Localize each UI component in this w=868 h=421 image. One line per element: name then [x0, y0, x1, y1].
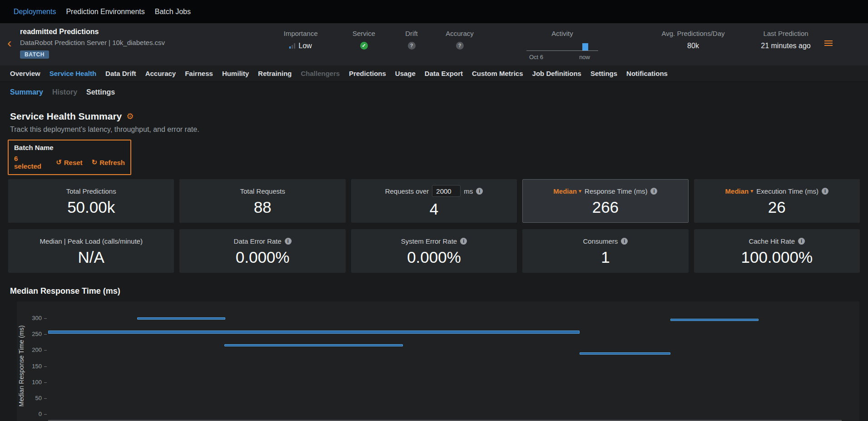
accuracy-unknown-icon[interactable]: ?: [456, 42, 464, 50]
stat-last-prediction-label: Last Prediction: [763, 30, 808, 37]
stat-avg-predictions-value: 80k: [687, 42, 699, 50]
service-passing-icon[interactable]: ✓: [360, 42, 368, 50]
chart-segment: [670, 319, 759, 321]
subtab-summary[interactable]: Summary: [10, 88, 43, 96]
stat-activity-label: Activity: [551, 30, 573, 37]
card-consumers[interactable]: Consumers i 1: [522, 229, 688, 273]
threshold-input[interactable]: [432, 185, 461, 197]
tab-humility[interactable]: Humility: [218, 70, 253, 77]
chart-panel: Median Response Time (ms) 05010015020025…: [17, 301, 859, 421]
card-response-time-value: 266: [592, 199, 619, 215]
stat-service: Service ✓: [346, 30, 382, 50]
batch-filter-selected[interactable]: 6 selected: [14, 155, 47, 170]
subtab-history[interactable]: History: [52, 88, 77, 96]
section-subtitle: Track this deployment's latency, through…: [10, 125, 868, 134]
tab-custom-metrics[interactable]: Custom Metrics: [467, 70, 528, 77]
stat-accuracy: Accuracy ?: [437, 30, 482, 50]
card-requests-over-value: 4: [430, 201, 438, 217]
card-consumers-label: Consumers: [583, 237, 618, 245]
chart-segment: [48, 331, 580, 334]
card-total-requests-value: 88: [254, 199, 272, 215]
stat-last-prediction: Last Prediction 21 minutes ago: [731, 30, 840, 50]
info-icon[interactable]: i: [822, 188, 828, 195]
info-icon[interactable]: i: [476, 188, 483, 195]
activity-range-end: now: [579, 54, 590, 60]
stat-service-label: Service: [352, 30, 375, 37]
card-data-error-rate-value: 0.000%: [236, 249, 290, 265]
card-requests-over[interactable]: Requests over ms i 4: [351, 179, 517, 223]
drift-unknown-icon[interactable]: ?: [408, 42, 416, 50]
tab-accuracy[interactable]: Accuracy: [141, 70, 181, 77]
refresh-label: Refresh: [99, 159, 125, 166]
y-tick-label: 300: [24, 315, 42, 321]
info-icon[interactable]: i: [650, 188, 657, 195]
tab-usage[interactable]: Usage: [391, 70, 420, 77]
stat-importance-label: Importance: [283, 30, 317, 37]
tab-data-export[interactable]: Data Export: [420, 70, 467, 77]
y-tick-mark: [44, 398, 47, 399]
top-nav-prediction-environments[interactable]: Prediction Environments: [66, 8, 144, 16]
y-tick-mark: [44, 382, 47, 383]
y-tick-label: 150: [24, 363, 42, 370]
card-total-requests[interactable]: Total Requests 88: [179, 179, 345, 223]
chart-segment: [224, 344, 403, 346]
chart-segment: [580, 352, 670, 355]
reset-label: Reset: [64, 159, 83, 166]
subtab-settings[interactable]: Settings: [86, 88, 115, 96]
tab-retraining[interactable]: Retraining: [253, 70, 296, 77]
card-total-predictions-value: 50.00k: [67, 199, 115, 215]
tab-notifications[interactable]: Notifications: [622, 70, 672, 77]
y-tick-label: 200: [24, 346, 42, 353]
top-nav: Deployments Prediction Environments Batc…: [0, 0, 868, 23]
info-icon[interactable]: i: [621, 238, 628, 245]
activity-range-start: Oct 6: [529, 54, 543, 60]
card-execution-time[interactable]: Median ▾ Execution Time (ms) i 26: [694, 179, 860, 223]
tab-fairness[interactable]: Fairness: [180, 70, 218, 77]
stat-accuracy-label: Accuracy: [446, 30, 474, 37]
card-response-time[interactable]: Median ▾ Response Time (ms) i 266: [522, 179, 688, 223]
info-icon[interactable]: i: [460, 238, 467, 245]
card-system-error-rate[interactable]: System Error Rate i 0.000%: [351, 229, 517, 273]
response-time-aggregation-dropdown[interactable]: Median ▾: [553, 187, 581, 195]
gear-icon[interactable]: ⚙: [126, 112, 134, 120]
card-execution-time-label: Execution Time (ms): [756, 187, 818, 195]
tab-settings[interactable]: Settings: [586, 70, 622, 77]
top-nav-batch-jobs[interactable]: Batch Jobs: [155, 8, 191, 16]
tab-service-health[interactable]: Service Health: [45, 70, 101, 77]
card-requests-over-label: Requests over: [385, 187, 429, 195]
refresh-button[interactable]: ↻ Refresh: [92, 158, 125, 166]
tab-overview[interactable]: Overview: [5, 70, 45, 77]
chevron-down-icon: ▾: [750, 188, 753, 194]
info-icon[interactable]: i: [285, 238, 292, 245]
tab-job-definitions[interactable]: Job Definitions: [528, 70, 586, 77]
execution-time-aggregation-dropdown[interactable]: Median ▾: [725, 187, 754, 195]
card-cache-hit-rate[interactable]: Cache Hit Rate i 100.000%: [694, 229, 860, 273]
metric-cards: Total Predictions 50.00k Total Requests …: [8, 179, 860, 273]
hamburger-menu-icon[interactable]: [824, 40, 833, 46]
stat-importance-value: Low: [298, 42, 312, 50]
stat-last-prediction-value: 21 minutes ago: [761, 42, 810, 50]
importance-bars-icon: [289, 43, 295, 49]
deployment-subtitle: DataRobot Prediction Server | 10k_diabet…: [20, 39, 165, 46]
card-execution-time-value: 26: [768, 199, 786, 215]
tab-predictions[interactable]: Predictions: [344, 70, 391, 77]
info-icon[interactable]: i: [798, 238, 805, 245]
reset-button[interactable]: ↺ Reset: [56, 158, 82, 166]
back-chevron-icon[interactable]: ‹: [7, 37, 11, 50]
card-peak-load[interactable]: Median | Peak Load (calls/minute) N/A: [8, 229, 174, 273]
deployment-header: ‹ readmitted Predictions DataRobot Predi…: [0, 23, 868, 65]
card-total-predictions[interactable]: Total Predictions 50.00k: [8, 179, 174, 223]
card-system-error-rate-value: 0.000%: [407, 249, 461, 265]
top-nav-deployments[interactable]: Deployments: [14, 8, 56, 16]
page: Deployments Prediction Environments Batc…: [0, 0, 868, 421]
y-axis: 050100150200250300: [17, 318, 48, 414]
card-peak-load-value: N/A: [78, 249, 104, 265]
card-data-error-rate[interactable]: Data Error Rate i 0.000%: [179, 229, 345, 273]
tab-challengers: Challengers: [296, 70, 344, 77]
batch-badge: BATCH: [20, 50, 49, 59]
chart-segment: [137, 317, 225, 320]
service-health-subtabs: Summary History Settings: [0, 82, 868, 103]
tab-data-drift[interactable]: Data Drift: [101, 70, 141, 77]
y-tick-label: 100: [24, 379, 42, 386]
card-consumers-value: 1: [601, 249, 610, 265]
